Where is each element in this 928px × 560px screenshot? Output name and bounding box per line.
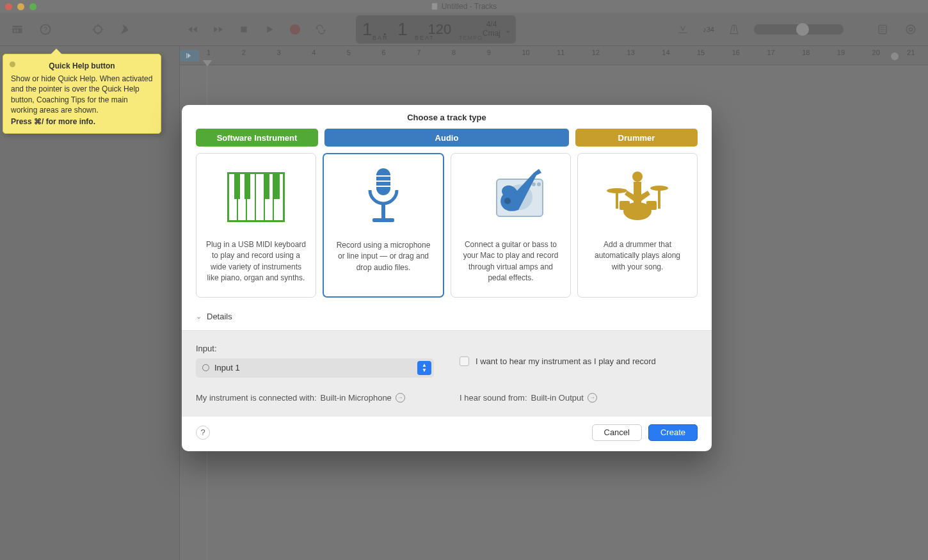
svg-point-6	[909, 28, 913, 31]
count-in-badge[interactable]: ♪34	[703, 26, 714, 33]
rewind-button[interactable]	[184, 21, 201, 38]
ruler-tick: 14	[662, 49, 669, 56]
dialog-title: Choose a track type	[182, 105, 712, 129]
window-title: Untitled - Tracks	[442, 2, 497, 11]
ruler-tick: 19	[837, 49, 845, 56]
project-end-marker[interactable]	[891, 52, 899, 60]
ruler-tick: 10	[522, 49, 529, 56]
ruler-tick: 2	[242, 49, 246, 56]
ruler-tick: 11	[557, 49, 564, 56]
arrow-circle-icon[interactable]: →	[396, 393, 405, 403]
ruler[interactable]: 12345678910111213141516171819202122	[180, 46, 928, 65]
svg-rect-25	[620, 201, 630, 210]
play-button[interactable]	[261, 21, 278, 38]
input-select[interactable]: Input 1 ▲▼	[196, 358, 434, 378]
smart-controls-icon[interactable]	[90, 21, 106, 38]
ruler-tick: 6	[382, 49, 386, 56]
track-type-tabs: Software Instrument Audio Drummer	[182, 129, 712, 153]
help-button[interactable]: ?	[196, 426, 210, 440]
card-audio-guitar[interactable]: Connect a guitar or bass to your Mac to …	[451, 153, 571, 298]
tab-audio[interactable]: Audio	[324, 129, 569, 147]
input-value: Input 1	[214, 363, 240, 372]
record-button[interactable]	[287, 21, 303, 38]
card-audio-microphone[interactable]: Record using a microphone or line input …	[323, 153, 444, 298]
card-desc: Add a drummer that automatically plays a…	[587, 239, 688, 273]
svg-point-19	[632, 172, 643, 182]
editors-icon[interactable]	[118, 21, 134, 38]
card-drummer[interactable]: Add a drummer that automatically plays a…	[577, 153, 698, 298]
svg-rect-12	[381, 203, 385, 218]
microphone-icon	[345, 166, 422, 230]
chevron-down-icon[interactable]: ⌄	[504, 24, 512, 35]
svg-rect-26	[646, 201, 657, 210]
cycle-region[interactable]	[180, 50, 199, 61]
tab-software-instrument[interactable]: Software Instrument	[196, 129, 318, 147]
tooltip-dot-icon	[10, 61, 15, 67]
create-button[interactable]: Create	[648, 424, 698, 441]
cancel-button[interactable]: Cancel	[592, 424, 642, 441]
lcd-beat-label: BEAT	[415, 35, 435, 41]
monitor-label: I want to hear my instrument as I play a…	[476, 356, 656, 366]
svg-point-17	[537, 182, 541, 186]
forward-button[interactable]	[210, 21, 227, 38]
hear-prefix: I hear sound from:	[460, 393, 527, 403]
library-icon[interactable]	[9, 21, 26, 38]
lcd-display[interactable]: 1 . 1 BAR BEAT 120 TEMPO 4/4 Cmaj ⌄	[356, 15, 516, 44]
connected-device: Built-in Microphone	[321, 393, 392, 403]
guitar-amp-icon	[472, 165, 549, 229]
arrow-circle-icon[interactable]: →	[588, 393, 597, 403]
input-ring-icon	[202, 364, 209, 371]
lcd-tempo-label: TEMPO	[459, 35, 483, 41]
lcd-key: Cmaj	[483, 29, 500, 38]
svg-point-18	[504, 198, 511, 204]
ruler-tick: 18	[802, 49, 810, 56]
new-track-dialog: Choose a track type Software Instrument …	[182, 105, 712, 451]
ruler-tick: 8	[452, 49, 456, 56]
ruler-tick: 9	[487, 49, 491, 56]
drummer-icon	[599, 165, 676, 229]
quick-help-icon[interactable]: ?	[37, 21, 54, 38]
titlebar: Untitled - Tracks	[0, 0, 928, 13]
ruler-tick: 4	[312, 49, 316, 56]
svg-rect-3	[241, 26, 247, 32]
ruler-tick: 12	[592, 49, 600, 56]
tab-drummer[interactable]: Drummer	[575, 129, 698, 147]
transport-controls	[184, 21, 329, 38]
svg-point-2	[94, 26, 102, 33]
svg-rect-7	[186, 53, 187, 58]
ruler-tick: 16	[732, 49, 740, 56]
ruler-tick: 17	[767, 49, 774, 56]
toolbar: ? 1 . 1 BAR BEAT 120 TEMPO 4/4 Cmaj	[0, 13, 928, 46]
stop-button[interactable]	[236, 21, 252, 38]
svg-point-5	[906, 25, 915, 33]
card-software-instrument[interactable]: Plug in a USB MIDI keyboard to play and …	[196, 153, 316, 298]
lcd-timesig: 4/4	[483, 20, 500, 29]
tooltip-press: Press ⌘/ for more info.	[11, 116, 153, 127]
details-disclosure[interactable]: ⌄ Details	[182, 307, 712, 330]
notepad-icon[interactable]	[874, 21, 891, 38]
metronome-icon[interactable]	[726, 21, 742, 38]
card-desc: Connect a guitar or bass to your Mac to …	[460, 239, 561, 284]
ruler-tick: 13	[627, 49, 635, 56]
document-icon	[431, 3, 438, 10]
card-desc: Record using a microphone or line input …	[333, 240, 434, 273]
tuner-icon[interactable]	[675, 21, 691, 38]
cycle-button[interactable]	[312, 21, 329, 38]
ruler-tick: 1	[207, 49, 211, 56]
input-label: Input:	[196, 344, 434, 353]
connected-prefix: My instrument is connected with:	[196, 393, 317, 403]
playhead-marker[interactable]	[203, 58, 212, 69]
output-device: Built-in Output	[531, 393, 584, 403]
details-label: Details	[207, 312, 232, 321]
ruler-tick: 21	[907, 49, 915, 56]
monitor-checkbox[interactable]	[460, 356, 469, 366]
master-volume-slider[interactable]	[754, 24, 844, 35]
card-desc: Plug in a USB MIDI keyboard to play and …	[205, 239, 307, 284]
tooltip-body: Show or hide Quick Help. When activated …	[11, 74, 153, 115]
lcd-bar-label: BAR	[372, 35, 388, 41]
svg-rect-23	[658, 188, 660, 209]
loop-browser-icon[interactable]	[902, 21, 919, 38]
ruler-tick: 3	[276, 49, 280, 56]
svg-rect-13	[372, 218, 394, 222]
chevron-down-icon: ⌄	[196, 312, 202, 321]
